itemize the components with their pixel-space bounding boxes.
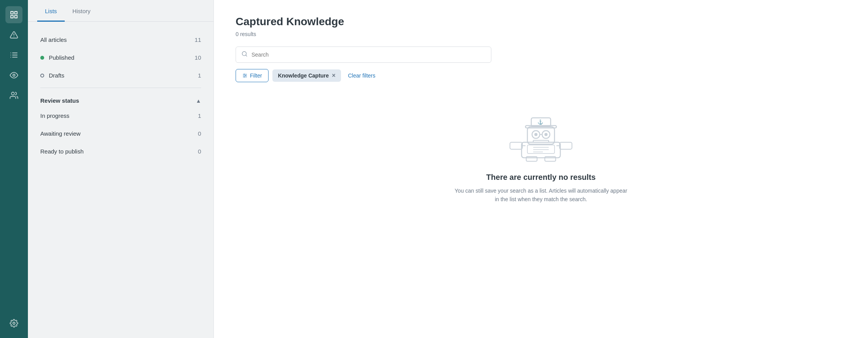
svg-rect-33 <box>533 140 549 142</box>
filter-row: Filter Knowledge Capture × Clear filters <box>236 69 846 82</box>
svg-point-22 <box>244 76 245 77</box>
close-icon[interactable]: × <box>332 72 336 79</box>
filter-tag-label: Knowledge Capture <box>278 72 329 79</box>
search-icon <box>241 51 248 59</box>
list-icon[interactable] <box>5 47 22 64</box>
users-icon[interactable] <box>5 87 22 104</box>
svg-rect-0 <box>11 12 13 14</box>
published-item[interactable]: Published 10 <box>40 49 201 67</box>
empty-state-title: There are currently no results <box>486 173 596 182</box>
settings-icon[interactable] <box>5 315 22 332</box>
svg-point-13 <box>12 92 14 95</box>
svg-point-12 <box>13 74 15 76</box>
awaiting-review-count: 0 <box>198 130 201 137</box>
section-divider <box>40 88 201 88</box>
page-title: Captured Knowledge <box>236 16 846 28</box>
drafts-dot <box>40 74 44 78</box>
knowledge-capture-tag[interactable]: Knowledge Capture × <box>272 69 341 82</box>
in-progress-count: 1 <box>198 112 201 119</box>
sidebar-nav <box>0 0 28 338</box>
all-articles-count: 11 <box>195 36 201 43</box>
in-progress-label: In progress <box>40 112 198 119</box>
published-label: Published <box>49 54 195 61</box>
svg-rect-36 <box>510 142 522 149</box>
left-panel: Lists History All articles 11 Published … <box>28 0 214 338</box>
ready-to-publish-item[interactable]: Ready to publish 0 <box>40 143 201 160</box>
results-count: 0 results <box>236 31 846 37</box>
main-content: Captured Knowledge 0 results Filter Know… <box>214 0 868 338</box>
list-section: All articles 11 Published 10 Drafts 1 Re… <box>28 22 214 170</box>
svg-text:⚓: ⚓ <box>537 119 543 125</box>
svg-rect-1 <box>15 12 17 14</box>
all-articles-label: All articles <box>40 36 195 43</box>
articles-icon[interactable] <box>5 6 22 23</box>
svg-point-21 <box>245 75 246 76</box>
svg-point-30 <box>534 133 537 136</box>
search-bar <box>236 47 491 63</box>
svg-point-31 <box>544 133 548 136</box>
tab-history[interactable]: History <box>65 0 98 22</box>
svg-rect-3 <box>15 16 17 18</box>
search-input[interactable] <box>251 52 486 58</box>
filter-button-label: Filter <box>250 72 262 79</box>
svg-line-16 <box>246 55 247 56</box>
drafts-count: 1 <box>198 72 201 79</box>
published-count: 10 <box>195 54 201 61</box>
svg-point-14 <box>13 322 15 324</box>
tab-lists[interactable]: Lists <box>37 0 65 22</box>
all-articles-item[interactable]: All articles 11 <box>40 31 201 49</box>
chevron-up-icon: ▲ <box>196 98 201 104</box>
alerts-icon[interactable] <box>5 26 22 43</box>
empty-state-subtitle: You can still save your search as a list… <box>452 186 630 204</box>
review-status-header[interactable]: Review status ▲ <box>40 91 201 107</box>
published-dot <box>40 56 44 60</box>
awaiting-review-label: Awaiting review <box>40 130 198 137</box>
drafts-item[interactable]: Drafts 1 <box>40 67 201 84</box>
drafts-label: Drafts <box>49 72 198 79</box>
svg-rect-24 <box>527 127 555 144</box>
review-status-label: Review status <box>40 97 79 104</box>
preview-icon[interactable] <box>5 67 22 84</box>
clear-filters-button[interactable]: Clear filters <box>345 69 379 82</box>
svg-rect-37 <box>560 142 572 149</box>
empty-state: ⚓ There are currently no results <box>236 98 846 219</box>
svg-rect-2 <box>11 16 13 18</box>
filter-button[interactable]: Filter <box>236 69 269 82</box>
tabs: Lists History <box>28 0 214 22</box>
awaiting-review-item[interactable]: Awaiting review 0 <box>40 125 201 143</box>
empty-state-illustration: ⚓ <box>498 113 584 164</box>
in-progress-item[interactable]: In progress 1 <box>40 107 201 125</box>
ready-to-publish-label: Ready to publish <box>40 148 198 155</box>
svg-point-20 <box>244 74 245 74</box>
ready-to-publish-count: 0 <box>198 148 201 155</box>
